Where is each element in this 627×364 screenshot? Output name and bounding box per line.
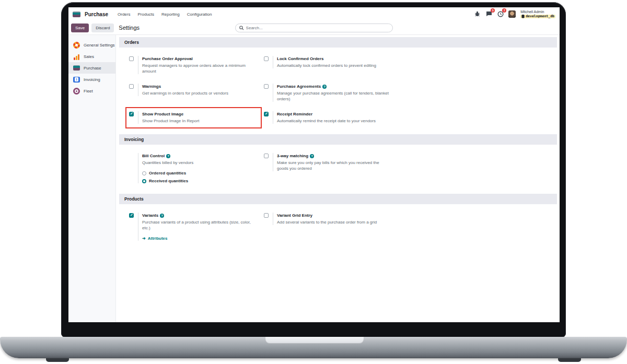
laptop-screen: Purchase Orders Products Reporting Confi… [68,7,560,322]
setting-lock-confirmed-orders: Lock Confirmed Orders Automatically lock… [264,56,399,74]
section-header-products: Products [119,194,557,204]
setting-desc: Automatically remind the receipt date to… [277,118,376,124]
menu-configuration[interactable]: Configuration [187,12,212,17]
messages-icon[interactable]: 5 [485,10,492,17]
checkbox-receipt-reminder[interactable] [264,112,269,116]
section-header-invoicing: Invoicing [119,134,557,145]
radio-received-quantities[interactable]: Received quantities [142,179,193,183]
fleet-icon [73,88,80,95]
user-menu[interactable]: Mitchell Admin development_db [520,10,555,18]
activities-badge: 7 [502,8,506,13]
purchase-icon [73,65,80,71]
products-items: Variants ? Purchase variants of a produc… [116,213,560,241]
control-bar: Save Discard Settings [68,21,560,35]
bill-control-options: Ordered quantities Received quantities [142,171,193,183]
laptop-foot [46,358,69,362]
checkbox-show-product-image[interactable] [129,112,134,116]
setting-purchase-order-approval: Purchase Order Approval Request managers… [129,56,264,74]
help-icon: ? [166,154,170,158]
save-button[interactable]: Save [71,24,89,32]
setting-label: 3-way matching [277,153,308,159]
setting-receipt-reminder: Receipt Reminder Automatically remind th… [264,111,399,124]
invoicing-items: Bill Control ? Quantities billed by vend… [116,153,560,183]
setting-three-way-matching: 3-way matching ? Make sure you only pay … [264,153,399,183]
systray: 5 7 Mitchell Admin development_db [474,10,555,18]
setting-label: Warnings [142,84,228,90]
checkbox-lock-confirmed-orders[interactable] [264,56,269,61]
menu-products[interactable]: Products [137,12,154,17]
invoicing-icon [73,77,80,83]
setting-label: Receipt Reminder [277,111,376,118]
menu-orders[interactable]: Orders [118,12,130,17]
orders-items: Purchase Order Approval Request managers… [116,56,560,124]
setting-desc: Get warnings in orders for products or v… [142,90,228,96]
app-title: Purchase [85,11,108,17]
database-name: development_db [526,15,554,18]
help-icon: ? [160,214,164,218]
search-input[interactable] [246,26,389,30]
setting-bill-control: Bill Control ? Quantities billed by vend… [129,153,264,183]
sidebar-item-sales[interactable]: Sales [68,51,115,62]
database-badge: development_db [520,15,555,18]
setting-label: Bill Control [142,153,165,159]
activities-clock-icon[interactable]: 7 [497,10,504,17]
general-settings-icon [73,42,80,49]
help-icon: ? [322,85,327,89]
setting-show-product-image: Show Product Image Show Product Image In… [129,111,264,124]
breadcrumb: Settings [119,25,140,31]
arrow-right-icon: ➜ [142,236,146,241]
menu-reporting[interactable]: Reporting [161,12,180,17]
setting-variants: Variants ? Purchase variants of a produc… [129,213,264,241]
setting-label: Purchase Agreements [277,84,321,90]
attributes-link[interactable]: ➜ Attributes [142,236,257,241]
radio-ordered-quantities[interactable]: Ordered quantities [142,171,193,175]
sidebar-item-purchase[interactable]: Purchase [68,62,115,74]
checkbox-three-way-matching[interactable] [264,154,269,158]
checkbox-warnings[interactable] [129,84,134,89]
setting-label: Lock Confirmed Orders [277,56,376,62]
radio-button[interactable] [142,179,146,183]
checkbox-variant-grid-entry[interactable] [264,213,269,218]
bug-icon[interactable] [474,10,481,17]
app-menus: Orders Products Reporting Configuration [118,12,212,17]
database-icon [521,15,525,18]
setting-label: Purchase Order Approval [142,56,257,62]
search-box[interactable] [235,24,393,32]
setting-desc: Quantities billed by vendors [142,160,193,166]
sales-icon [73,53,80,60]
section-header-orders: Orders [119,37,557,48]
setting-label: Show Product Image [142,111,199,118]
setting-variant-grid-entry: Variant Grid Entry Add several variants … [264,213,399,241]
settings-main: Orders Purchase Order Approval Request m… [116,35,560,322]
setting-warnings: Warnings Get warnings in orders for prod… [129,84,264,102]
purchase-app-icon [73,11,80,17]
setting-desc: Purchase variants of a product using att… [142,219,257,231]
user-avatar[interactable] [508,10,516,18]
checkbox-variants[interactable] [129,213,134,218]
app-body: General Settings Sales Purchase Invoicin… [68,35,560,322]
checkbox-purchase-order-approval[interactable] [129,56,134,61]
setting-label: Variant Grid Entry [277,213,377,219]
setting-desc: Add several variants to the purchase ord… [277,219,377,225]
checkbox-purchase-agreements[interactable] [264,84,269,89]
user-name: Mitchell Admin [520,10,555,14]
setting-desc: Request managers to approve orders above… [142,63,257,74]
messages-badge: 5 [491,8,495,13]
discard-button[interactable]: Discard [91,24,114,32]
setting-desc: Make sure you only pay bills for which y… [277,160,391,171]
search-icon [239,26,244,30]
setting-label: Variants [142,213,158,219]
laptop-foot [558,358,581,362]
radio-button[interactable] [142,171,146,175]
setting-desc: Show Product Image In Report [142,118,199,124]
sidebar-item-invoicing[interactable]: Invoicing [68,74,115,85]
settings-sidebar: General Settings Sales Purchase Invoicin… [68,35,116,322]
setting-desc: Automatically lock confirmed orders to p… [277,63,376,68]
help-icon: ? [310,154,314,158]
sidebar-item-general-settings[interactable]: General Settings [68,39,115,51]
sidebar-item-fleet[interactable]: Fleet [68,85,115,97]
setting-desc: Manage your purchase agreements (call fo… [277,90,391,102]
laptop-lid-notch [265,337,364,344]
page: Purchase Orders Products Reporting Confi… [0,0,627,364]
setting-purchase-agreements: Purchase Agreements ? Manage your purcha… [264,84,399,102]
